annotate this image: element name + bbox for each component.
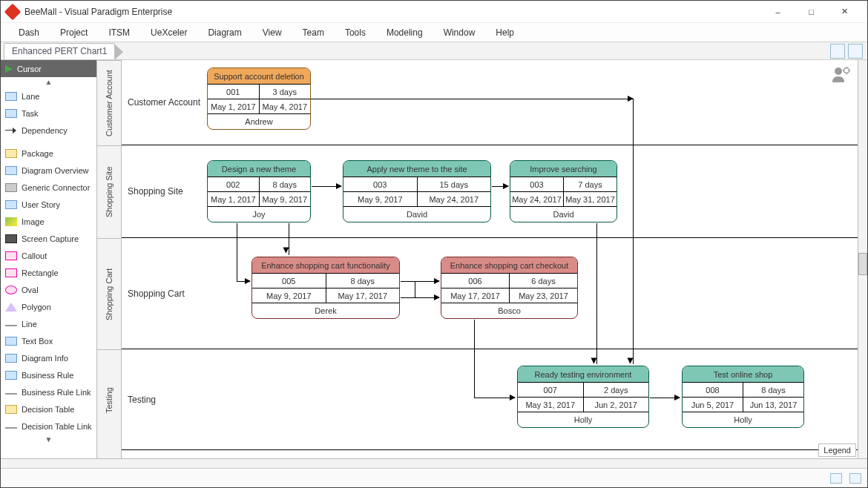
task-enhance-cart-functionality[interactable]: Enhance shopping cart functionality 0058… (251, 257, 400, 319)
dependency-line[interactable] (633, 99, 634, 364)
palette-cursor[interactable]: Cursor (1, 60, 96, 77)
close-button[interactable]: ✕ (828, 1, 861, 22)
dependency-arrow[interactable] (401, 281, 439, 282)
menu-view[interactable]: View (252, 24, 292, 41)
task-test-online-shop[interactable]: Test online shop 0088 days Jun 5, 2017Ju… (682, 366, 804, 428)
lane-label: Shopping Cart (128, 288, 185, 299)
dependency-arrowhead (630, 363, 631, 363)
palette-package[interactable]: Package (1, 145, 96, 162)
task-title: Design a new theme (208, 161, 310, 177)
palette-diagram-overview[interactable]: Diagram Overview (1, 162, 96, 179)
menu-dash[interactable]: Dash (8, 24, 50, 41)
palette-callout[interactable]: Callout (1, 247, 96, 264)
scroll-handle[interactable] (858, 253, 867, 275)
task-id: 008 (683, 383, 743, 397)
task-start: May 1, 2017 (208, 99, 260, 113)
palette-dependency[interactable]: Dependency (1, 122, 96, 139)
palette-oval[interactable]: Oval (1, 281, 96, 298)
task-improve-searching[interactable]: Improve searching 0037 days May 24, 2017… (510, 160, 617, 222)
palette-decision-table[interactable]: Decision Table (1, 400, 96, 418)
diagram-info-icon (5, 354, 17, 363)
horizontal-scrollbar[interactable] (1, 458, 867, 468)
palette-rectangle[interactable]: Rectangle (1, 264, 96, 281)
menu-help[interactable]: Help (485, 24, 525, 41)
toolbar-icon-1[interactable] (830, 44, 845, 59)
task-support-account-deletion[interactable]: Support account deletion 0013 days May 1… (207, 67, 311, 130)
vertical-scrollbar[interactable] (858, 60, 867, 458)
palette-generic-connector[interactable]: Generic Connector (1, 179, 96, 196)
task-duration: 15 days (418, 177, 491, 191)
task-owner: Joy (208, 207, 310, 222)
task-title: Support account deletion (208, 68, 310, 85)
palette-diagram-info[interactable]: Diagram Info (1, 349, 96, 366)
window-title: BeeMall - Visual Paradigm Enterprise (24, 7, 761, 17)
diagram-canvas[interactable]: Customer Account Shopping Site Shopping … (122, 60, 867, 458)
tab-label: Enhanced PERT Chart1 (12, 46, 107, 56)
palette-up-arrow[interactable]: ▲ (1, 77, 96, 88)
dependency-icon (5, 126, 17, 135)
palette-lane[interactable]: Lane (1, 88, 96, 105)
dependency-arrow[interactable] (650, 398, 680, 398)
decision-table-link-icon (5, 427, 17, 429)
tab-pert-chart[interactable]: Enhanced PERT Chart1 (4, 43, 115, 59)
task-design-new-theme[interactable]: Design a new theme 0028 days May 1, 2017… (207, 160, 311, 222)
dependency-line[interactable] (474, 320, 475, 398)
dependency-arrow[interactable] (401, 297, 439, 298)
minimize-button[interactable]: – (761, 1, 795, 22)
lane-header-shopping-site[interactable]: Shopping Site (97, 145, 121, 238)
dependency-arrow[interactable] (474, 398, 515, 398)
editor-body: Cursor ▲ Lane Task Dependency Package Di… (1, 60, 867, 458)
menu-modeling[interactable]: Modeling (376, 24, 433, 41)
menu-itsm[interactable]: ITSM (98, 24, 140, 41)
legend-button[interactable]: Legend (818, 444, 856, 457)
dependency-line[interactable] (596, 223, 597, 364)
menu-uexceler[interactable]: UeXceler (140, 24, 197, 41)
menu-window[interactable]: Window (433, 24, 486, 41)
palette-line[interactable]: Line (1, 315, 96, 332)
task-id: 005 (252, 274, 326, 288)
palette-business-rule[interactable]: Business Rule (1, 366, 96, 383)
status-mail-icon[interactable] (830, 473, 842, 484)
menu-team[interactable]: Team (292, 24, 335, 41)
task-apply-theme[interactable]: Apply new theme to the site 00315 days M… (343, 160, 491, 222)
lane-header-customer-account[interactable]: Customer Account (97, 60, 121, 145)
palette-screen-capture[interactable]: Screen Capture (1, 230, 96, 247)
polygon-icon (5, 303, 17, 311)
task-duration: 2 days (584, 383, 649, 397)
task-end: Jun 2, 2017 (584, 398, 649, 412)
palette-decision-table-link[interactable]: Decision Table Link (1, 418, 96, 435)
task-title: Apply new theme to the site (343, 161, 490, 177)
task-start: May 24, 2017 (510, 192, 564, 206)
dependency-arrow[interactable] (312, 186, 341, 187)
maximize-button[interactable]: □ (795, 1, 828, 22)
toolbar-icon-2[interactable] (848, 44, 863, 59)
menu-project[interactable]: Project (50, 24, 98, 41)
palette-task[interactable]: Task (1, 105, 96, 122)
task-duration: 8 days (743, 383, 803, 397)
lane-header-testing[interactable]: Testing (97, 349, 121, 450)
dependency-line[interactable] (237, 223, 237, 281)
screen-capture-icon (5, 234, 17, 243)
app-window: BeeMall - Visual Paradigm Enterprise – □… (0, 0, 868, 488)
task-ready-testing-env[interactable]: Ready testing environment 0072 days May … (517, 366, 649, 428)
palette-text-box[interactable]: Text Box (1, 332, 96, 349)
lane-label: Testing (128, 395, 156, 405)
task-enhance-cart-checkout[interactable]: Enhance shopping cart checkout 0066 days… (441, 257, 578, 319)
task-end: May 9, 2017 (260, 192, 311, 206)
dependency-arrow[interactable] (492, 186, 508, 187)
dependency-arrow[interactable] (311, 99, 633, 99)
dependency-arrow[interactable] (237, 281, 250, 282)
task-title: Enhance shopping cart checkout (441, 257, 577, 274)
palette-polygon[interactable]: Polygon (1, 298, 96, 315)
menu-diagram[interactable]: Diagram (197, 24, 251, 41)
status-page-icon[interactable] (849, 473, 861, 484)
task-start: Jun 5, 2017 (683, 398, 743, 412)
palette-image[interactable]: Image (1, 213, 96, 230)
palette-business-rule-link[interactable]: Business Rule Link (1, 383, 96, 400)
palette-user-story[interactable]: User Story (1, 196, 96, 213)
task-owner: Bosco (441, 303, 577, 318)
lane-header-shopping-cart[interactable]: Shopping Cart (97, 238, 121, 349)
menu-tools[interactable]: Tools (335, 24, 376, 41)
task-id: 003 (343, 177, 418, 191)
palette-down-arrow[interactable]: ▼ (1, 435, 96, 445)
